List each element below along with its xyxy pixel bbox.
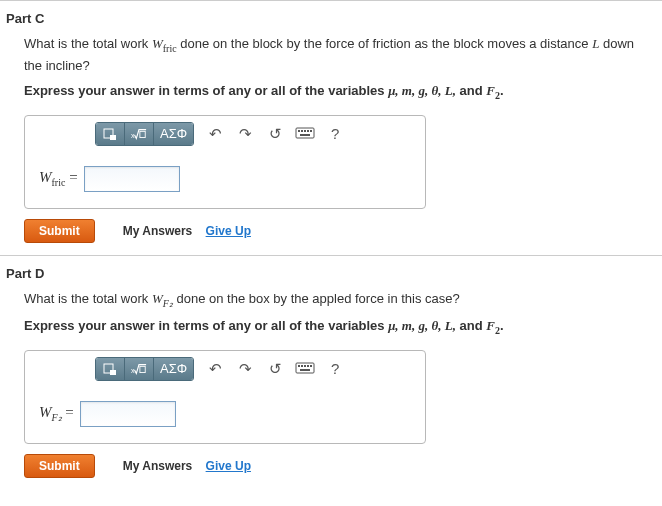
part-title: Part C bbox=[6, 11, 662, 26]
q-sym: W bbox=[152, 36, 163, 51]
answer-input[interactable] bbox=[84, 166, 180, 192]
question-text: What is the total work WF₂ done on the b… bbox=[24, 289, 648, 311]
question-text: What is the total work Wfric done on the… bbox=[24, 34, 648, 75]
q-sub: fric bbox=[163, 43, 177, 54]
i-last: F bbox=[486, 318, 495, 333]
svg-rect-15 bbox=[296, 363, 314, 373]
svg-rect-14 bbox=[140, 366, 145, 372]
q-pre: What is the total work bbox=[24, 291, 152, 306]
svg-rect-17 bbox=[301, 365, 303, 367]
submit-button[interactable]: Submit bbox=[24, 454, 95, 478]
button-row: Submit My Answers Give Up bbox=[24, 219, 648, 243]
undo-icon[interactable]: ↶ bbox=[200, 360, 230, 378]
lbl-eq: = bbox=[65, 169, 77, 185]
svg-rect-4 bbox=[296, 128, 314, 138]
answer-input[interactable] bbox=[80, 401, 176, 427]
lbl-sub: fric bbox=[52, 177, 66, 188]
svg-rect-10 bbox=[300, 134, 310, 136]
lbl-main: W bbox=[39, 169, 52, 185]
lbl-sub: F₂ bbox=[52, 412, 62, 423]
part-title: Part D bbox=[6, 266, 662, 281]
part-d: Part D What is the total work WF₂ done o… bbox=[0, 255, 662, 490]
template-root-button[interactable]: x bbox=[125, 358, 154, 380]
i-last: F bbox=[486, 83, 495, 98]
redo-icon[interactable]: ↷ bbox=[230, 125, 260, 143]
formula-toolbar: x ΑΣΦ ↶ ↷ ↺ ? bbox=[25, 116, 425, 152]
undo-icon[interactable]: ↶ bbox=[200, 125, 230, 143]
template-buttons: x ΑΣΦ bbox=[95, 122, 194, 146]
svg-rect-9 bbox=[310, 130, 312, 132]
template-buttons: x ΑΣΦ bbox=[95, 357, 194, 381]
q-sub: F₂ bbox=[163, 297, 173, 308]
q-sym: W bbox=[152, 291, 163, 306]
svg-rect-12 bbox=[110, 370, 116, 375]
template-root-button[interactable]: x bbox=[125, 123, 154, 145]
greek-letters-button[interactable]: ΑΣΦ bbox=[154, 358, 193, 380]
i-and: and bbox=[456, 83, 486, 98]
lbl-eq: = bbox=[62, 404, 74, 420]
button-row: Submit My Answers Give Up bbox=[24, 454, 648, 478]
keyboard-icon[interactable] bbox=[290, 125, 320, 142]
template-fraction-button[interactable] bbox=[96, 358, 125, 380]
q-pre: What is the total work bbox=[24, 36, 152, 51]
help-icon[interactable]: ? bbox=[320, 360, 350, 377]
fraction-icon bbox=[102, 127, 118, 141]
i-vars: μ, m, g, θ, L, bbox=[388, 318, 456, 333]
links: My Answers Give Up bbox=[123, 459, 251, 473]
answer-label: Wfric = bbox=[39, 169, 78, 188]
answer-box: x ΑΣΦ ↶ ↷ ↺ ? WF₂ = bbox=[24, 350, 426, 444]
reset-icon[interactable]: ↺ bbox=[260, 125, 290, 143]
keyboard-icon[interactable] bbox=[290, 360, 320, 377]
i-end: . bbox=[500, 318, 504, 333]
give-up-link[interactable]: Give Up bbox=[206, 459, 251, 473]
answer-box: x ΑΣΦ ↶ ↷ ↺ ? Wfric = bbox=[24, 115, 426, 209]
i-vars: μ, m, g, θ, L, bbox=[388, 83, 456, 98]
instruction-text: Express your answer in terms of any or a… bbox=[24, 83, 648, 101]
i-and: and bbox=[456, 318, 486, 333]
formula-toolbar: x ΑΣΦ ↶ ↷ ↺ ? bbox=[25, 351, 425, 387]
greek-letters-button[interactable]: ΑΣΦ bbox=[154, 123, 193, 145]
svg-rect-21 bbox=[300, 369, 310, 371]
redo-icon[interactable]: ↷ bbox=[230, 360, 260, 378]
links: My Answers Give Up bbox=[123, 224, 251, 238]
submit-button[interactable]: Submit bbox=[24, 219, 95, 243]
my-answers-link[interactable]: My Answers bbox=[123, 224, 193, 238]
svg-rect-20 bbox=[310, 365, 312, 367]
svg-rect-1 bbox=[110, 135, 116, 140]
fraction-icon bbox=[102, 362, 118, 376]
template-fraction-button[interactable] bbox=[96, 123, 125, 145]
input-row: Wfric = bbox=[25, 152, 425, 208]
q-post: done on the block by the force of fricti… bbox=[177, 36, 593, 51]
part-body: What is the total work WF₂ done on the b… bbox=[6, 289, 662, 478]
svg-rect-16 bbox=[298, 365, 300, 367]
svg-rect-8 bbox=[307, 130, 309, 132]
input-row: WF₂ = bbox=[25, 387, 425, 443]
part-c: Part C What is the total work Wfric done… bbox=[0, 0, 662, 255]
svg-rect-3 bbox=[140, 131, 145, 137]
root-icon: x bbox=[131, 127, 147, 141]
part-body: What is the total work Wfric done on the… bbox=[6, 34, 662, 243]
my-answers-link[interactable]: My Answers bbox=[123, 459, 193, 473]
answer-label: WF₂ = bbox=[39, 404, 74, 423]
svg-rect-19 bbox=[307, 365, 309, 367]
svg-rect-7 bbox=[304, 130, 306, 132]
q-post: done on the box by the appled force in t… bbox=[173, 291, 460, 306]
i-end: . bbox=[500, 83, 504, 98]
svg-rect-18 bbox=[304, 365, 306, 367]
svg-rect-5 bbox=[298, 130, 300, 132]
help-icon[interactable]: ? bbox=[320, 125, 350, 142]
svg-rect-6 bbox=[301, 130, 303, 132]
i-pre: Express your answer in terms of any or a… bbox=[24, 83, 388, 98]
instruction-text: Express your answer in terms of any or a… bbox=[24, 318, 648, 336]
give-up-link[interactable]: Give Up bbox=[206, 224, 251, 238]
reset-icon[interactable]: ↺ bbox=[260, 360, 290, 378]
i-pre: Express your answer in terms of any or a… bbox=[24, 318, 388, 333]
root-icon: x bbox=[131, 362, 147, 376]
lbl-main: W bbox=[39, 404, 52, 420]
